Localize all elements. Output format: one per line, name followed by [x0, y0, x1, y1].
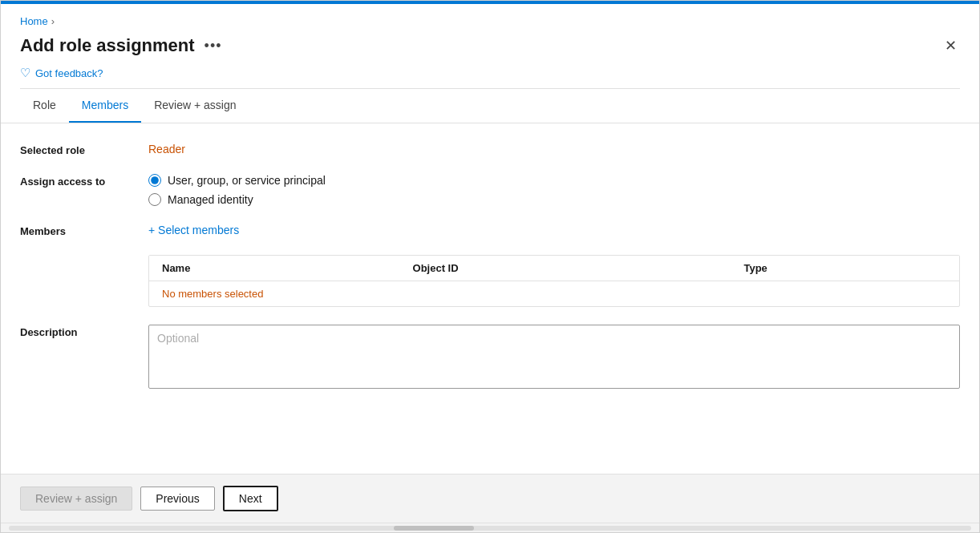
assign-access-row: Assign access to User, group, or service… — [20, 174, 960, 206]
radio-ugsp-label: User, group, or service principal — [168, 174, 326, 187]
title-row: Add role assignment ••• ✕ — [20, 35, 960, 56]
members-table-container: Name Object ID Type No members selected — [148, 255, 960, 307]
feedback-row[interactable]: ♡ Got feedback? — [20, 66, 960, 80]
tab-members[interactable]: Members — [69, 89, 141, 123]
table-empty-row: No members selected — [149, 281, 959, 307]
h-scroll-track — [9, 526, 971, 531]
panel-header: Home › Add role assignment ••• ✕ ♡ Got f… — [1, 4, 979, 89]
radio-ugsp[interactable]: User, group, or service principal — [148, 174, 960, 187]
select-members-link[interactable]: + Select members — [148, 224, 239, 236]
selected-role-row: Selected role Reader — [20, 143, 960, 156]
next-button[interactable]: Next — [223, 486, 278, 511]
tab-role[interactable]: Role — [20, 89, 69, 123]
breadcrumb-separator: › — [51, 15, 55, 27]
panel-footer: Review + assign Previous Next — [1, 474, 979, 523]
radio-managed-label: Managed identity — [168, 193, 253, 206]
review-assign-button[interactable]: Review + assign — [20, 487, 132, 511]
title-left: Add role assignment ••• — [20, 35, 222, 56]
add-role-assignment-panel: Home › Add role assignment ••• ✕ ♡ Got f… — [0, 0, 980, 533]
table-header-row: Name Object ID Type — [149, 256, 959, 281]
breadcrumb-home[interactable]: Home — [20, 15, 48, 27]
assign-access-options: User, group, or service principal Manage… — [148, 174, 960, 206]
selected-role-value: Reader — [148, 143, 960, 155]
members-field-row: Members + Select members — [20, 224, 960, 237]
col-type: Type — [731, 256, 959, 281]
tab-bar: Role Members Review + assign — [1, 89, 979, 123]
horizontal-scrollbar[interactable] — [1, 523, 979, 532]
h-scroll-thumb — [394, 526, 474, 531]
description-field-row: Description — [20, 325, 960, 389]
radio-group: User, group, or service principal Manage… — [148, 174, 960, 206]
panel-content: Selected role Reader Assign access to Us… — [1, 123, 979, 474]
previous-button[interactable]: Previous — [140, 487, 214, 511]
tab-review-assign[interactable]: Review + assign — [141, 89, 249, 123]
radio-managed-input[interactable] — [148, 193, 161, 206]
members-table: Name Object ID Type No members selected — [149, 256, 959, 306]
assign-access-label: Assign access to — [20, 174, 148, 188]
col-name: Name — [149, 256, 400, 281]
col-object-id: Object ID — [400, 256, 731, 281]
more-options-icon[interactable]: ••• — [205, 38, 222, 55]
description-textarea[interactable] — [148, 325, 960, 389]
close-button[interactable]: ✕ — [942, 35, 960, 56]
feedback-label: Got feedback? — [35, 67, 103, 79]
radio-managed[interactable]: Managed identity — [148, 193, 960, 206]
selected-role-label: Selected role — [20, 143, 148, 156]
breadcrumb: Home › — [20, 15, 960, 27]
no-members-message: No members selected — [149, 281, 959, 307]
description-label: Description — [20, 325, 148, 338]
heart-icon: ♡ — [20, 66, 30, 80]
members-label: Members — [20, 224, 148, 237]
radio-ugsp-input[interactable] — [148, 174, 161, 187]
page-title: Add role assignment — [20, 35, 195, 56]
